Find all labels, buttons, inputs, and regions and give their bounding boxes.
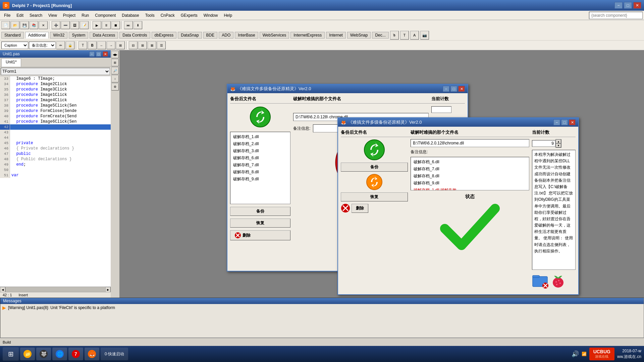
search-input[interactable] — [589, 12, 643, 19]
dialog1-max-btn[interactable]: □ — [450, 86, 457, 92]
build-tab[interactable]: Build — [3, 340, 11, 344]
quick-launch[interactable]: 0·快速启动 — [101, 348, 128, 360]
d2-spinner-up[interactable]: ▲ — [556, 139, 561, 143]
notes-dropdown[interactable]: 备注信息: — [29, 42, 56, 49]
side-btn-2[interactable]: ⊞ — [111, 59, 119, 66]
grid1-button[interactable]: ⊟ — [129, 41, 138, 49]
menu-view[interactable]: View — [46, 12, 60, 19]
menu-search[interactable]: Search — [27, 12, 45, 19]
dialog1-controls[interactable]: − □ ✕ — [443, 86, 465, 92]
d1-file-5[interactable]: 破解存档_7.dll — [232, 162, 289, 169]
tab-interbase[interactable]: InterBase — [235, 32, 258, 39]
title-bar-controls[interactable]: − □ ✕ — [614, 2, 641, 9]
comp-1[interactable]: 🖱 — [390, 31, 399, 40]
start-button[interactable]: ⊞ — [3, 347, 19, 361]
side-btn-1[interactable]: ◀▶ — [111, 51, 119, 58]
dialog2-close-btn[interactable]: ✕ — [569, 119, 576, 125]
comp-2[interactable]: T — [400, 31, 409, 40]
text-button[interactable]: T — [78, 41, 87, 49]
menu-project[interactable]: Project — [60, 12, 78, 19]
comp-3[interactable]: A — [410, 31, 419, 40]
code-max-btn[interactable]: □ — [96, 51, 101, 57]
view-unit-button[interactable]: 📝 — [80, 21, 89, 29]
d2-spinner[interactable]: ▲ ▼ — [555, 139, 561, 148]
save-button[interactable]: 💾 — [20, 21, 29, 29]
dialog1-close-btn[interactable]: ✕ — [458, 86, 465, 92]
d1-count-input[interactable] — [431, 106, 451, 113]
tab-webservices[interactable]: WebServices — [260, 32, 289, 39]
saveall-button[interactable]: 📚 — [30, 21, 38, 29]
d1-file-2[interactable]: 破解存档_2.dll — [232, 140, 289, 147]
d2-file-4[interactable]: 破解存档_9.dll — [412, 180, 528, 187]
d1-file-4[interactable]: 破解存档_6.dll — [232, 155, 289, 162]
taskbar-btn-fox[interactable]: 🦊 — [85, 348, 99, 360]
lock-button[interactable]: 🔒 — [66, 41, 74, 49]
grid2-button[interactable]: ⊞ — [138, 41, 147, 49]
close-button[interactable]: ✕ — [633, 2, 641, 9]
new-button[interactable]: 📄 — [1, 21, 10, 29]
d1-file-3[interactable]: 破解存档_3.dll — [232, 147, 289, 155]
d1-backup-btn[interactable]: 备份 — [230, 207, 290, 216]
tab-bde[interactable]: BDE — [203, 32, 218, 39]
menu-tools[interactable]: Tools — [143, 12, 157, 19]
menu-window[interactable]: Window — [201, 12, 221, 19]
view-form-button[interactable]: 🖼 — [70, 21, 79, 29]
tab-ado[interactable]: ADO — [219, 32, 233, 39]
close-file-button[interactable]: ✕ — [39, 21, 48, 29]
dialog2-controls[interactable]: − □ ✕ — [553, 119, 576, 125]
menu-gexperts[interactable]: GExperts — [178, 12, 200, 19]
d1-delete-btn[interactable]: 删除 — [230, 230, 290, 240]
side-btn-5[interactable]: ⚙ — [111, 83, 119, 90]
d1-file-7[interactable]: 破解存档_9.dll — [232, 176, 289, 183]
d2-backup-btn[interactable]: 备份 — [341, 163, 408, 172]
taskbar-btn-explorer[interactable]: 📁 — [20, 348, 35, 360]
code-panel-controls[interactable]: − □ ✕ — [89, 51, 108, 57]
menu-database[interactable]: Database — [119, 12, 142, 19]
side-btn-4[interactable]: ↕ — [111, 75, 119, 82]
menu-help[interactable]: Help — [221, 12, 235, 19]
taskbar-btn-browser[interactable]: 🌐 — [52, 348, 67, 360]
pause-button[interactable]: ⏸ — [102, 21, 111, 29]
run-button[interactable]: ▶ — [93, 21, 101, 29]
side-btn-3[interactable]: 🔎 — [111, 67, 119, 74]
left-button[interactable]: ← — [97, 41, 106, 49]
minimize-button[interactable]: − — [614, 2, 623, 9]
d1-file-6[interactable]: 破解存档_8.dll — [232, 169, 289, 176]
open-button[interactable]: 📂 — [11, 21, 19, 29]
step-into-button[interactable]: ⬇ — [133, 21, 142, 29]
code-editor[interactable]: 33 Image6 : TImage; 34 procedure Image2C… — [0, 76, 111, 287]
maximize-button[interactable]: □ — [624, 2, 632, 9]
code-close-btn[interactable]: ✕ — [103, 51, 108, 57]
dialog2-title[interactable]: 🦊 《难搞文件多级备份还原精灵》Ver2.0 − □ ✕ — [338, 118, 578, 127]
taskbar-btn-7zip[interactable]: 7 — [68, 348, 83, 360]
d2-file-list[interactable]: 破解存档_6.dll 破解存档_7.dll 破解存档_8.dll 破解存档_9.… — [411, 157, 529, 190]
tab-internetexpress[interactable]: InternetExpress — [290, 32, 325, 39]
tab-datasnap[interactable]: DataSnap — [178, 32, 202, 39]
d2-file-5[interactable]: 破解存档_1.dll 破解失败 — [412, 187, 528, 190]
d2-file-1[interactable]: 破解存档_6.dll — [412, 159, 528, 166]
d2-delete-btn[interactable]: 删除 — [352, 204, 368, 213]
step-over-button[interactable]: ⏭ — [124, 21, 133, 29]
tab-system[interactable]: System — [69, 32, 88, 39]
code-min-btn[interactable]: − — [89, 51, 95, 57]
right-button[interactable]: → — [107, 41, 115, 49]
d2-file-3[interactable]: 破解存档_8.dll — [412, 173, 528, 180]
ucbug-area[interactable]: UCBUG 游戏在线 — [589, 348, 614, 360]
remove-file-button[interactable]: ➖ — [61, 21, 70, 29]
menu-component[interactable]: Component — [92, 12, 118, 19]
caption-dropdown[interactable]: Caption — [1, 42, 28, 49]
dialog2-min-btn[interactable]: − — [553, 119, 560, 125]
tab-dec[interactable]: Dec... — [372, 32, 388, 39]
dialog1-title[interactable]: 🦊 《难搞文件多级备份还原精灵》Ver2.0 − □ ✕ — [227, 84, 468, 93]
scroll-left-arrow[interactable]: ◀ — [0, 287, 5, 292]
menu-cnpack[interactable]: CnPack — [158, 12, 177, 19]
bold-button[interactable]: B — [88, 41, 97, 49]
tab-dataaccess[interactable]: Data Access — [90, 32, 118, 39]
taskbar-btn-app1[interactable]: 🐺 — [36, 348, 51, 360]
d2-file-2[interactable]: 破解存档_7.dll — [412, 166, 528, 173]
taskbar-volume-icon[interactable]: 🔊 — [572, 350, 579, 358]
edit-button[interactable]: ✏ — [56, 41, 65, 49]
tab-datacontrols[interactable]: Data Controls — [119, 32, 150, 39]
d2-count-input[interactable] — [532, 140, 555, 147]
menu-run[interactable]: Run — [79, 12, 92, 19]
